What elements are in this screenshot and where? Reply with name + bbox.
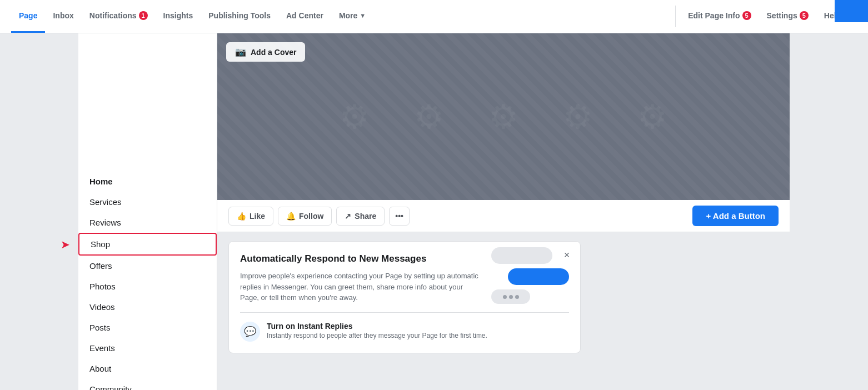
nav-divider	[675, 6, 676, 27]
message-bubble-blue	[508, 268, 569, 285]
more-options-button[interactable]: •••	[389, 207, 410, 226]
right-panel	[590, 241, 779, 353]
cover-photo-area: ⚙ ⚙ ⚙ ⚙ ⚙ 📷 Add a Cover	[217, 33, 790, 200]
dot-1	[503, 295, 507, 299]
dot-3	[515, 295, 519, 299]
sidebar-item-posts[interactable]: Posts	[78, 317, 217, 338]
nav-tab-more[interactable]: More ▼	[331, 0, 373, 33]
nav-tab-publishing-tools[interactable]: Publishing Tools	[201, 0, 278, 33]
nav-right-actions: Edit Page Info 5 Settings 5 Help ▼	[671, 0, 857, 33]
main-content: ⚙ ⚙ ⚙ ⚙ ⚙ 📷 Add a Cover 👍 Like 🔔 Follow	[217, 33, 790, 390]
sidebar-item-events[interactable]: Events	[78, 338, 217, 358]
sidebar-item-shop[interactable]: Shop	[78, 233, 217, 256]
nav-tab-insights[interactable]: Insights	[156, 0, 201, 33]
share-button[interactable]: ↗ Share	[336, 207, 385, 226]
more-chevron-icon: ▼	[360, 12, 366, 19]
share-icon: ↗	[345, 212, 351, 221]
nav-tab-notifications[interactable]: Notifications 1	[82, 0, 156, 33]
sidebar-navigation: Home Services Reviews ➤ Shop Offers	[78, 167, 217, 390]
nav-tab-inbox[interactable]: Inbox	[45, 0, 81, 33]
sidebar-item-reviews[interactable]: Reviews	[78, 212, 217, 233]
sidebar-item-photos[interactable]: Photos	[78, 276, 217, 297]
sidebar-item-services[interactable]: Services	[78, 192, 217, 212]
nav-tab-settings[interactable]: Settings 5	[759, 0, 816, 33]
shop-arrow-indicator: ➤	[61, 238, 70, 251]
instant-reply-section: 💬 Turn on Instant Replies Instantly resp…	[240, 312, 569, 342]
thumbs-up-icon: 👍	[237, 212, 246, 221]
sidebar-item-videos[interactable]: Videos	[78, 297, 217, 317]
instant-reply-text: Turn on Instant Replies Instantly respon…	[267, 322, 487, 339]
page-layout: Home Services Reviews ➤ Shop Offers	[78, 33, 790, 390]
add-a-button-cta[interactable]: + Add a Button	[692, 206, 779, 226]
dot-2	[509, 295, 513, 299]
messenger-illustration	[491, 247, 569, 304]
follow-icon: 🔔	[286, 212, 296, 221]
top-navigation: Page Inbox Notifications 1 Insights Publ…	[0, 0, 868, 33]
card-close-button[interactable]: ×	[560, 248, 573, 262]
nav-tab-edit-page-info[interactable]: Edit Page Info 5	[680, 0, 759, 33]
sidebar-item-home[interactable]: Home	[78, 171, 217, 192]
notifications-badge: 1	[139, 11, 148, 20]
message-bubble-gray-1	[491, 247, 552, 264]
content-area: × Automatically Respond to New Messages …	[217, 232, 790, 362]
sidebar-item-offers[interactable]: Offers	[78, 256, 217, 276]
left-sidebar: Home Services Reviews ➤ Shop Offers	[78, 33, 217, 390]
top-right-decoration	[835, 0, 868, 22]
action-bar: 👍 Like 🔔 Follow ↗ Share ••• + Add a Butt…	[217, 200, 790, 232]
instant-reply-icon: 💬	[240, 322, 260, 342]
edit-page-info-badge: 5	[742, 11, 751, 20]
sidebar-item-about[interactable]: About	[78, 358, 217, 379]
like-button[interactable]: 👍 Like	[228, 207, 273, 226]
camera-icon: 📷	[235, 47, 246, 57]
ellipsis-icon: •••	[395, 212, 403, 221]
settings-badge: 5	[800, 11, 809, 20]
sidebar-item-community[interactable]: Community	[78, 379, 217, 390]
auto-respond-card: × Automatically Respond to New Messages …	[228, 241, 581, 353]
message-typing-dots	[491, 289, 530, 304]
profile-picture-area	[78, 33, 217, 167]
nav-tab-page[interactable]: Page	[11, 0, 45, 33]
follow-button[interactable]: 🔔 Follow	[278, 207, 332, 226]
nav-tab-ad-center[interactable]: Ad Center	[278, 0, 331, 33]
add-cover-button[interactable]: 📷 Add a Cover	[226, 42, 305, 62]
